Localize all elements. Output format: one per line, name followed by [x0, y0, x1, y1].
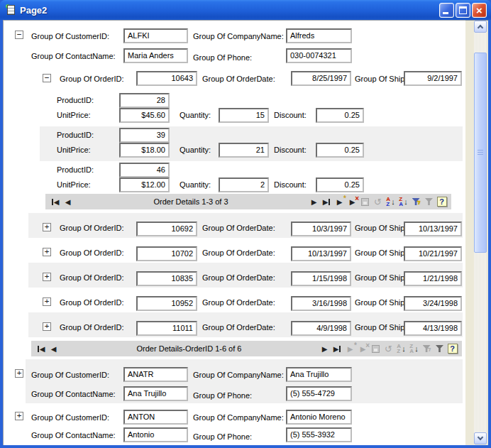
previous-record-button[interactable]: ◀	[48, 342, 59, 355]
customer-id-field[interactable]: ANTON	[123, 410, 188, 425]
unit-price-field[interactable]: $18.00	[119, 143, 170, 158]
expand-order-11011-button[interactable]: +	[43, 322, 51, 331]
phone-field[interactable]: (5) 555-4729	[286, 386, 352, 401]
delete-record-button[interactable]: ▶×	[347, 195, 358, 208]
filter-by-selection-button[interactable]: ϟ	[411, 195, 421, 208]
shipped-date-field[interactable]: 9/2/1997	[404, 71, 462, 86]
minimize-icon	[443, 12, 448, 14]
help-button[interactable]: ?	[447, 342, 458, 355]
product-id-field[interactable]: 46	[119, 163, 170, 177]
next-record-button[interactable]: ▶	[309, 195, 319, 208]
last-record-button[interactable]: ▶	[321, 195, 332, 208]
last-record-button[interactable]: ▶	[332, 342, 343, 355]
scroll-up-button[interactable]	[474, 21, 487, 33]
expand-order-10952-button[interactable]: +	[43, 297, 51, 306]
title-bar[interactable]: Page2 ×	[0, 0, 491, 20]
company-name-field[interactable]: Alfreds	[286, 28, 352, 43]
unit-price-field[interactable]: $45.60	[119, 108, 170, 123]
undo-button[interactable]: ↺	[373, 195, 383, 208]
chevron-up-icon	[478, 25, 483, 31]
order-id-field[interactable]: 11011	[136, 321, 197, 336]
next-record-button[interactable]: ▶	[319, 342, 330, 355]
company-name-field[interactable]: Antonio Moreno	[286, 410, 352, 425]
company-name-label: Group Of CompanyName:	[193, 32, 284, 40]
customer-id-field[interactable]: ALFKI	[123, 28, 188, 43]
save-disk-icon	[361, 198, 369, 206]
shipped-date-field[interactable]: 10/13/1997	[404, 222, 462, 236]
order-date-label: Group Of OrderDate:	[202, 224, 275, 232]
order-date-field[interactable]: 1/15/1998	[291, 271, 351, 286]
save-record-button[interactable]	[360, 195, 370, 208]
delete-record-button[interactable]: ▶×	[358, 342, 368, 355]
order-date-field[interactable]: 10/13/1997	[291, 246, 351, 261]
order-date-field[interactable]: 8/25/1997	[291, 71, 351, 86]
sort-ascending-button[interactable]: AZ↓	[385, 195, 396, 208]
previous-record-button[interactable]: ◀	[62, 195, 73, 208]
company-name-field[interactable]: Ana Trujillo	[286, 367, 352, 382]
vertical-scrollbar[interactable]	[474, 21, 487, 444]
discount-field[interactable]: 0.25	[316, 143, 364, 158]
order-id-field[interactable]: 10643	[136, 71, 197, 86]
expand-order-10702-button[interactable]: +	[43, 248, 51, 256]
discount-field[interactable]: 0.25	[316, 108, 364, 123]
contact-name-field[interactable]: Maria Anders	[123, 48, 188, 63]
expand-order-10692-button[interactable]: +	[43, 223, 51, 231]
phone-field[interactable]: (5) 555-3932	[286, 427, 352, 442]
order-date-field[interactable]: 3/16/1998	[291, 296, 351, 311]
sort-ascending-icon: AZ	[397, 344, 401, 354]
save-disk-icon	[372, 345, 380, 353]
first-record-button[interactable]: ◀	[50, 195, 60, 208]
expand-order-10835-button[interactable]: +	[43, 273, 51, 281]
record-count-label: Order Details 1-3 of 3	[75, 197, 307, 206]
order-id-field[interactable]: 10692	[136, 222, 197, 236]
sort-descending-button[interactable]: ZA↓	[409, 342, 419, 355]
phone-field[interactable]: 030-0074321	[286, 48, 352, 63]
sort-ascending-button[interactable]: AZ↓	[396, 342, 407, 355]
filter-toggle-button[interactable]	[424, 195, 434, 208]
filter-toggle-button[interactable]	[434, 342, 445, 355]
order-id-field[interactable]: 10702	[136, 246, 197, 261]
new-record-button[interactable]: ▶*	[345, 342, 355, 355]
shipped-date-field[interactable]: 10/21/1997	[404, 246, 462, 261]
sort-descending-button[interactable]: ZA↓	[398, 195, 409, 208]
shipped-date-field[interactable]: 1/21/1998	[404, 271, 462, 286]
minimize-button[interactable]	[439, 3, 454, 18]
sort-descending-icon: ZA	[399, 197, 403, 207]
close-button[interactable]: ×	[472, 3, 487, 18]
product-id-field[interactable]: 28	[119, 93, 170, 108]
order-id-field[interactable]: 10835	[136, 271, 197, 286]
help-button[interactable]: ?	[436, 195, 447, 208]
first-record-button[interactable]: ◀	[35, 342, 46, 355]
unit-price-field[interactable]: $12.00	[119, 177, 170, 192]
shipped-date-field[interactable]: 3/24/1998	[404, 296, 462, 311]
save-record-button[interactable]	[370, 342, 381, 355]
order-date-field[interactable]: 4/9/1998	[291, 321, 351, 336]
contact-name-label: Group Of ContactName:	[31, 390, 116, 398]
help-icon: ?	[448, 344, 458, 354]
contact-name-field[interactable]: Ana Trujillo	[123, 386, 188, 401]
quantity-field[interactable]: 15	[219, 108, 269, 123]
shipped-date-field[interactable]: 4/13/1998	[404, 321, 462, 336]
delete-cross-icon: ×	[355, 195, 359, 202]
discount-field[interactable]: 0.25	[316, 177, 364, 192]
undo-icon: ↺	[374, 197, 382, 207]
order-date-field[interactable]: 10/3/1997	[291, 222, 351, 236]
scroll-down-button[interactable]	[474, 432, 487, 444]
scrollbar-thumb[interactable]	[474, 53, 487, 253]
collapse-customer-alfki-button[interactable]: −	[15, 31, 23, 39]
order-id-field[interactable]: 10952	[136, 296, 197, 311]
maximize-button[interactable]	[456, 3, 470, 18]
expand-customer-anatr-button[interactable]: +	[15, 369, 23, 378]
new-record-button[interactable]: ▶*	[334, 195, 345, 208]
contact-name-field[interactable]: Antonio	[123, 427, 188, 442]
filter-by-selection-button[interactable]: ϟ	[421, 342, 432, 355]
product-id-field[interactable]: 39	[119, 128, 170, 143]
quantity-field[interactable]: 21	[219, 143, 269, 158]
quantity-field[interactable]: 2	[219, 177, 269, 192]
collapse-order-10643-button[interactable]: −	[43, 74, 51, 82]
expand-customer-anton-button[interactable]: +	[15, 412, 23, 420]
customer-id-field[interactable]: ANATR	[123, 367, 188, 382]
order-date-label: Group Of OrderDate:	[202, 298, 275, 307]
scrollbar-track[interactable]	[474, 33, 487, 432]
undo-button[interactable]: ↺	[383, 342, 394, 355]
